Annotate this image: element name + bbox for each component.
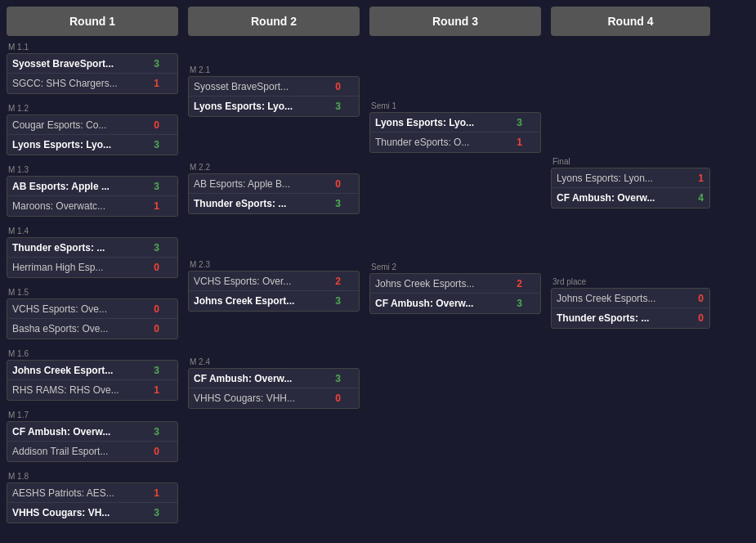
match-box: Cougar Esports: Co... 0 Lyons Esports: L… xyxy=(7,114,178,155)
match-group: Semi 1 Lyons Esports: Lyo... 3 Thunder e… xyxy=(369,101,541,153)
round-4-matches: Final Lyons Esports: Lyon... 1 CF Ambush… xyxy=(551,43,710,332)
team-score: 2 xyxy=(329,276,341,287)
team-score: 0 xyxy=(148,303,159,315)
team-score: 3 xyxy=(148,365,159,376)
match-group: M 1.4 Thunder eSports: ... 3 Herriman Hi… xyxy=(7,227,178,278)
round-4-column: Round 4 Final Lyons Esports: Lyon... 1 C… xyxy=(551,7,710,332)
table-row: AB Esports: Apple ... 3 xyxy=(7,177,177,196)
team-name: CF Ambush: Overw... xyxy=(194,373,324,384)
team-name: VHHS Cougars: VH... xyxy=(12,507,143,518)
team-score: 3 xyxy=(511,117,522,128)
team-name: VHHS Cougars: VHH... xyxy=(194,393,324,404)
match-group: M 1.3 AB Esports: Apple ... 3 Maroons: O… xyxy=(7,165,178,217)
team-name: Maroons: Overwatc... xyxy=(12,200,143,212)
table-row: Addison Trail Esport... 0 xyxy=(7,442,177,461)
match-group: M 2.4 CF Ambush: Overw... 3 VHHS Cougars… xyxy=(188,357,360,409)
team-score: 3 xyxy=(148,507,159,518)
match-group: M 2.2 AB Esports: Apple B... 0 Thunder e… xyxy=(188,163,360,214)
team-name: Johns Creek Esport... xyxy=(12,365,143,376)
team-name: Basha eSports: Ove... xyxy=(12,323,143,334)
team-name: Lyons Esports: Lyo... xyxy=(375,117,506,128)
team-score: 3 xyxy=(329,101,341,112)
team-score: 0 xyxy=(148,323,159,334)
round-1-matches: M 1.1 Syosset BraveSport... 3 SGCC: SHS … xyxy=(7,43,178,527)
team-name: Cougar Esports: Co... xyxy=(12,119,143,131)
match-group: M 1.5 VCHS Esports: Ove... 0 Basha eSpor… xyxy=(7,288,178,339)
table-row: VHHS Cougars: VH... 3 xyxy=(7,503,177,523)
team-name: CF Ambush: Overw... xyxy=(557,192,687,204)
match-box: AB Esports: Apple ... 3 Maroons: Overwat… xyxy=(7,176,178,217)
match-box: AESHS Patriots: AES... 1 VHHS Cougars: V… xyxy=(7,482,178,523)
team-score: 2 xyxy=(511,278,522,289)
match-group: M 1.6 Johns Creek Esport... 3 RHS RAMS: … xyxy=(7,349,178,401)
team-name: AB Esports: Apple B... xyxy=(194,178,324,190)
team-score: 0 xyxy=(148,446,159,457)
match-box: Syosset BraveSport... 3 SGCC: SHS Charge… xyxy=(7,53,178,94)
round-1-column: Round 1 M 1.1 Syosset BraveSport... 3 SG… xyxy=(7,7,178,527)
match-label: M 1.3 xyxy=(7,165,178,174)
match-group: M 1.7 CF Ambush: Overw... 3 Addison Trai… xyxy=(7,411,178,462)
match-group: Final Lyons Esports: Lyon... 1 CF Ambush… xyxy=(551,157,710,209)
match-box: CF Ambush: Overw... 3 Addison Trail Espo… xyxy=(7,421,178,462)
table-row: Lyons Esports: Lyo... 3 xyxy=(189,96,359,116)
team-name: AESHS Patriots: AES... xyxy=(12,487,143,499)
team-score: 3 xyxy=(329,198,341,209)
round-3-matches: Semi 1 Lyons Esports: Lyo... 3 Thunder e… xyxy=(369,43,541,317)
match-box: AB Esports: Apple B... 0 Thunder eSports… xyxy=(188,173,360,214)
team-name: Syosset BraveSport... xyxy=(12,58,143,70)
table-row: Thunder eSports: O... 1 xyxy=(370,132,540,152)
match-label: Semi 1 xyxy=(369,101,541,110)
match-box: VCHS Esports: Ove... 0 Basha eSports: Ov… xyxy=(7,298,178,339)
team-score: 3 xyxy=(148,139,159,150)
match-group: Semi 2 Johns Creek Esports... 2 CF Ambus… xyxy=(369,263,541,314)
team-score: 0 xyxy=(692,293,704,304)
team-name: CF Ambush: Overw... xyxy=(375,298,506,309)
team-score: 1 xyxy=(148,384,159,396)
match-group: M 1.8 AESHS Patriots: AES... 1 VHHS Coug… xyxy=(7,472,178,523)
team-name: Johns Creek Esports... xyxy=(557,293,687,304)
match-label: M 2.2 xyxy=(188,163,360,172)
match-box: Johns Creek Esports... 0 Thunder eSports… xyxy=(551,288,710,329)
team-score: 1 xyxy=(511,137,522,148)
table-row: Basha eSports: Ove... 0 xyxy=(7,319,177,339)
team-name: VCHS Esports: Over... xyxy=(194,276,324,287)
table-row: RHS RAMS: RHS Ove... 1 xyxy=(7,380,177,400)
table-row: Thunder eSports: ... 3 xyxy=(7,238,177,258)
table-row: VHHS Cougars: VHH... 0 xyxy=(189,388,359,408)
table-row: CF Ambush: Overw... 3 xyxy=(370,294,540,313)
match-label: M 2.1 xyxy=(188,65,360,74)
match-box: Syosset BraveSport... 0 Lyons Esports: L… xyxy=(188,76,360,117)
round-3-column: Round 3 Semi 1 Lyons Esports: Lyo... 3 T… xyxy=(369,7,541,317)
team-name: Syosset BraveSport... xyxy=(194,81,324,92)
match-box: Thunder eSports: ... 3 Herriman High Esp… xyxy=(7,237,178,278)
team-score: 3 xyxy=(148,181,159,192)
match-group: M 1.1 Syosset BraveSport... 3 SGCC: SHS … xyxy=(7,43,178,94)
match-label: M 2.4 xyxy=(188,357,360,366)
team-name: Lyons Esports: Lyo... xyxy=(194,101,324,112)
table-row: AESHS Patriots: AES... 1 xyxy=(7,483,177,503)
team-score: 1 xyxy=(148,78,159,89)
team-name: Johns Creek Esports... xyxy=(375,278,506,289)
bracket-container: Round 1 M 1.1 Syosset BraveSport... 3 SG… xyxy=(7,7,749,527)
match-label: M 1.6 xyxy=(7,349,178,358)
team-score: 0 xyxy=(148,262,159,273)
table-row: Thunder eSports: ... 3 xyxy=(189,194,359,213)
match-box: Lyons Esports: Lyo... 3 Thunder eSports:… xyxy=(369,112,541,153)
team-name: Thunder eSports: O... xyxy=(375,137,506,148)
match-box: Johns Creek Esports... 2 CF Ambush: Over… xyxy=(369,273,541,314)
match-box: CF Ambush: Overw... 3 VHHS Cougars: VHH.… xyxy=(188,368,360,409)
team-name: Thunder eSports: ... xyxy=(12,242,143,254)
round-2-header: Round 2 xyxy=(188,7,360,36)
table-row: Johns Creek Esport... 3 xyxy=(189,291,359,311)
team-name: CF Ambush: Overw... xyxy=(12,426,143,438)
team-name: RHS RAMS: RHS Ove... xyxy=(12,384,143,396)
team-score: 1 xyxy=(148,200,159,212)
table-row: Syosset BraveSport... 3 xyxy=(7,54,177,74)
match-label: M 2.3 xyxy=(188,260,360,269)
table-row: SGCC: SHS Chargers... 1 xyxy=(7,74,177,93)
table-row: Lyons Esports: Lyo... 3 xyxy=(7,135,177,155)
team-score: 3 xyxy=(329,295,341,307)
team-score: 3 xyxy=(148,426,159,438)
team-score: 3 xyxy=(148,58,159,70)
team-name: Lyons Esports: Lyo... xyxy=(12,139,143,150)
